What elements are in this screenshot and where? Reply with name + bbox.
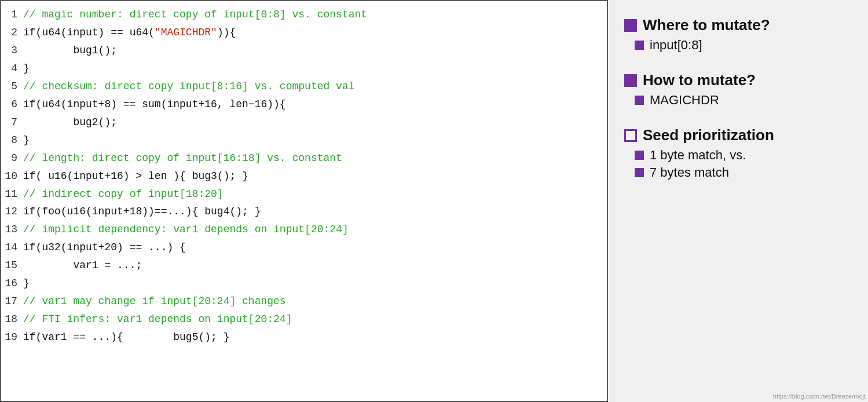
code-line-2: 2if(u64(input) == u64("MAGICHDR")){ <box>1 24 607 42</box>
line-number: 16 <box>1 275 23 293</box>
line-content: if(u64(input) == u64("MAGICHDR")){ <box>23 24 607 42</box>
seed-prioritization-title: Seed prioritization <box>624 126 852 144</box>
code-line-4: 4} <box>1 60 607 78</box>
code-line-13: 13// implicit dependency: var1 depends o… <box>1 221 607 239</box>
line-content: // implicit dependency: var1 depends on … <box>23 221 607 239</box>
seed-item-2: 7 bytes match <box>635 165 852 180</box>
line-content: // magic number: direct copy of input[0:… <box>23 6 607 24</box>
line-content: // FTI infers: var1 depends on input[20:… <box>23 310 607 328</box>
line-number: 19 <box>1 328 23 346</box>
line-content: // length: direct copy of input[16:18] v… <box>23 149 607 167</box>
seed-item-1: 1 byte match, vs. <box>635 148 852 163</box>
code-line-18: 18// FTI infers: var1 depends on input[2… <box>1 310 607 328</box>
line-number: 7 <box>1 114 23 131</box>
line-number: 5 <box>1 78 23 96</box>
line-content: if( u16(input+16) > len ){ bug3(); } <box>23 167 607 185</box>
small-checkbox-2 <box>635 96 644 105</box>
checkbox-icon-1 <box>624 19 637 32</box>
small-checkbox-3 <box>635 151 644 160</box>
line-number: 3 <box>1 42 23 60</box>
line-number: 11 <box>1 185 23 203</box>
line-content: if(foo(u16(input+18))==...){ bug4(); } <box>23 203 607 221</box>
line-content: // var1 may change if input[20:24] chang… <box>23 293 607 310</box>
line-content: if(u64(input+8) == sum(input+16, len−16)… <box>23 96 607 114</box>
code-line-10: 10if( u16(input+16) > len ){ bug3(); } <box>1 167 607 185</box>
line-number: 13 <box>1 221 23 239</box>
line-content: if(var1 == ...){ bug5(); } <box>23 328 607 346</box>
line-number: 9 <box>1 149 23 167</box>
where-to-mutate-title: Where to mutate? <box>624 16 852 34</box>
how-to-mutate-item-1: MAGICHDR <box>635 93 852 108</box>
code-line-8: 8} <box>1 131 607 149</box>
line-number: 6 <box>1 96 23 114</box>
line-content: var1 = ...; <box>23 257 607 275</box>
how-to-mutate-title: How to mutate? <box>624 71 852 89</box>
right-panel: Where to mutate? input[0:8] How to mutat… <box>608 0 868 402</box>
line-number: 2 <box>1 24 23 42</box>
line-number: 8 <box>1 131 23 149</box>
checkbox-icon-3 <box>624 129 637 142</box>
code-line-3: 3 bug1(); <box>1 42 607 60</box>
line-number: 14 <box>1 239 23 257</box>
line-number: 1 <box>1 6 23 24</box>
seed-label-1: 1 byte match, vs. <box>650 148 746 163</box>
how-to-mutate-label: How to mutate? <box>643 71 756 89</box>
code-line-11: 11// indirect copy of input[18:20] <box>1 185 607 203</box>
line-number: 12 <box>1 203 23 221</box>
where-to-mutate-label: Where to mutate? <box>643 16 770 34</box>
code-line-5: 5// checksum: direct copy input[8:16] vs… <box>1 78 607 96</box>
where-item-label-1: input[0:8] <box>650 38 702 53</box>
line-number: 18 <box>1 310 23 328</box>
code-panel: 1// magic number: direct copy of input[0… <box>0 0 608 402</box>
code-line-16: 16} <box>1 275 607 293</box>
line-content: if(u32(input+20) == ...) { <box>23 239 607 257</box>
seed-label-2: 7 bytes match <box>650 165 729 180</box>
small-checkbox-4 <box>635 168 644 177</box>
code-line-14: 14if(u32(input+20) == ...) { <box>1 239 607 257</box>
line-number: 15 <box>1 257 23 275</box>
small-checkbox-1 <box>635 41 644 50</box>
line-content: // checksum: direct copy input[8:16] vs.… <box>23 78 607 96</box>
code-line-19: 19if(var1 == ...){ bug5(); } <box>1 328 607 346</box>
line-content: bug1(); <box>23 42 607 60</box>
line-content: } <box>23 60 607 78</box>
line-number: 17 <box>1 293 23 310</box>
line-content: } <box>23 275 607 293</box>
line-content: bug2(); <box>23 114 607 131</box>
code-line-17: 17// var1 may change if input[20:24] cha… <box>1 293 607 310</box>
code-line-12: 12if(foo(u16(input+18))==...){ bug4(); } <box>1 203 607 221</box>
how-item-label-1: MAGICHDR <box>650 93 719 108</box>
where-to-mutate-item-1: input[0:8] <box>635 38 852 53</box>
code-line-9: 9// length: direct copy of input[16:18] … <box>1 149 607 167</box>
code-line-1: 1// magic number: direct copy of input[0… <box>1 6 607 24</box>
line-content: // indirect copy of input[18:20] <box>23 185 607 203</box>
line-number: 10 <box>1 167 23 185</box>
code-line-6: 6if(u64(input+8) == sum(input+16, len−16… <box>1 96 607 114</box>
watermark: https://blog.csdn.net/Breeze/mojt <box>773 393 866 400</box>
code-line-15: 15 var1 = ...; <box>1 257 607 275</box>
line-content: } <box>23 131 607 149</box>
line-number: 4 <box>1 60 23 78</box>
checkbox-icon-2 <box>624 74 637 87</box>
seed-prioritization-label: Seed prioritization <box>643 126 774 144</box>
code-line-7: 7 bug2(); <box>1 114 607 131</box>
